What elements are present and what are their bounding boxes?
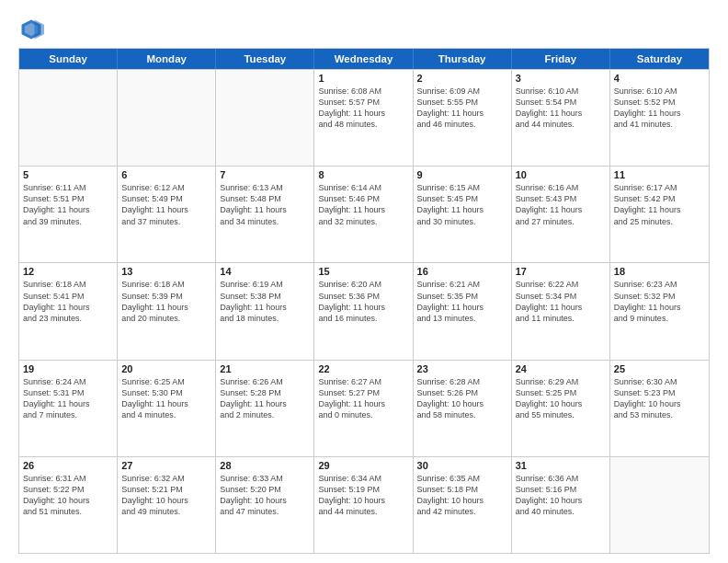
day-info: Sunrise: 6:15 AM Sunset: 5:45 PM Dayligh… — [417, 182, 507, 227]
day-number: 14 — [220, 266, 310, 277]
day-number: 30 — [417, 460, 507, 471]
calendar-cell — [216, 70, 314, 166]
calendar-cell: 31Sunrise: 6:36 AM Sunset: 5:16 PM Dayli… — [512, 457, 610, 553]
calendar-cell: 7Sunrise: 6:13 AM Sunset: 5:48 PM Daylig… — [216, 167, 314, 262]
day-info: Sunrise: 6:35 AM Sunset: 5:18 PM Dayligh… — [417, 473, 507, 518]
calendar-cell: 3Sunrise: 6:10 AM Sunset: 5:54 PM Daylig… — [512, 70, 610, 166]
calendar-row: 1Sunrise: 6:08 AM Sunset: 5:57 PM Daylig… — [19, 69, 709, 166]
calendar-cell: 5Sunrise: 6:11 AM Sunset: 5:51 PM Daylig… — [19, 167, 118, 262]
calendar-row: 19Sunrise: 6:24 AM Sunset: 5:31 PM Dayli… — [19, 360, 709, 456]
day-number: 5 — [23, 169, 113, 180]
weekday-header: Tuesday — [216, 49, 314, 69]
day-info: Sunrise: 6:29 AM Sunset: 5:25 PM Dayligh… — [516, 376, 606, 421]
calendar-cell: 18Sunrise: 6:23 AM Sunset: 5:32 PM Dayli… — [610, 263, 709, 359]
calendar-cell: 28Sunrise: 6:33 AM Sunset: 5:20 PM Dayli… — [216, 457, 314, 553]
day-number: 19 — [23, 363, 113, 374]
day-number: 16 — [417, 266, 507, 277]
calendar-cell: 16Sunrise: 6:21 AM Sunset: 5:35 PM Dayli… — [414, 263, 512, 359]
day-number: 8 — [318, 169, 408, 180]
day-info: Sunrise: 6:36 AM Sunset: 5:16 PM Dayligh… — [516, 473, 606, 518]
weekday-header: Wednesday — [314, 49, 413, 69]
day-number: 2 — [417, 73, 507, 84]
calendar-cell: 26Sunrise: 6:31 AM Sunset: 5:22 PM Dayli… — [19, 457, 118, 553]
calendar-cell: 13Sunrise: 6:18 AM Sunset: 5:39 PM Dayli… — [118, 263, 216, 359]
day-number: 23 — [417, 363, 507, 374]
calendar-cell: 19Sunrise: 6:24 AM Sunset: 5:31 PM Dayli… — [19, 361, 118, 456]
day-number: 26 — [23, 460, 113, 471]
logo-icon — [18, 17, 44, 42]
calendar-cell: 6Sunrise: 6:12 AM Sunset: 5:49 PM Daylig… — [118, 167, 216, 262]
day-info: Sunrise: 6:10 AM Sunset: 5:52 PM Dayligh… — [614, 86, 705, 131]
day-info: Sunrise: 6:20 AM Sunset: 5:36 PM Dayligh… — [318, 279, 408, 324]
calendar-cell: 25Sunrise: 6:30 AM Sunset: 5:23 PM Dayli… — [610, 361, 709, 456]
day-info: Sunrise: 6:11 AM Sunset: 5:51 PM Dayligh… — [23, 182, 113, 227]
day-number: 3 — [516, 73, 606, 84]
day-info: Sunrise: 6:24 AM Sunset: 5:31 PM Dayligh… — [23, 376, 113, 421]
calendar-cell: 15Sunrise: 6:20 AM Sunset: 5:36 PM Dayli… — [314, 263, 413, 359]
day-info: Sunrise: 6:18 AM Sunset: 5:39 PM Dayligh… — [121, 279, 211, 324]
day-number: 1 — [318, 73, 408, 84]
calendar-cell: 12Sunrise: 6:18 AM Sunset: 5:41 PM Dayli… — [19, 263, 118, 359]
day-info: Sunrise: 6:19 AM Sunset: 5:38 PM Dayligh… — [220, 279, 310, 324]
day-info: Sunrise: 6:34 AM Sunset: 5:19 PM Dayligh… — [318, 473, 408, 518]
day-number: 31 — [516, 460, 606, 471]
calendar-cell: 22Sunrise: 6:27 AM Sunset: 5:27 PM Dayli… — [314, 361, 413, 456]
day-info: Sunrise: 6:09 AM Sunset: 5:55 PM Dayligh… — [417, 86, 507, 131]
day-info: Sunrise: 6:33 AM Sunset: 5:20 PM Dayligh… — [220, 473, 310, 518]
calendar-cell: 30Sunrise: 6:35 AM Sunset: 5:18 PM Dayli… — [414, 457, 512, 553]
day-number: 13 — [121, 266, 211, 277]
weekday-header: Friday — [512, 49, 610, 69]
calendar-cell: 11Sunrise: 6:17 AM Sunset: 5:42 PM Dayli… — [610, 167, 709, 262]
calendar-cell: 21Sunrise: 6:26 AM Sunset: 5:28 PM Dayli… — [216, 361, 314, 456]
calendar-cell: 27Sunrise: 6:32 AM Sunset: 5:21 PM Dayli… — [118, 457, 216, 553]
day-info: Sunrise: 6:32 AM Sunset: 5:21 PM Dayligh… — [121, 473, 211, 518]
day-info: Sunrise: 6:28 AM Sunset: 5:26 PM Dayligh… — [417, 376, 507, 421]
day-number: 29 — [318, 460, 408, 471]
day-info: Sunrise: 6:14 AM Sunset: 5:46 PM Dayligh… — [318, 182, 408, 227]
day-number: 27 — [121, 460, 211, 471]
day-number: 11 — [614, 169, 705, 180]
calendar-cell: 23Sunrise: 6:28 AM Sunset: 5:26 PM Dayli… — [414, 361, 512, 456]
calendar-cell: 8Sunrise: 6:14 AM Sunset: 5:46 PM Daylig… — [314, 167, 413, 262]
day-number: 6 — [121, 169, 211, 180]
day-info: Sunrise: 6:23 AM Sunset: 5:32 PM Dayligh… — [614, 279, 705, 324]
day-info: Sunrise: 6:12 AM Sunset: 5:49 PM Dayligh… — [121, 182, 211, 227]
calendar-row: 5Sunrise: 6:11 AM Sunset: 5:51 PM Daylig… — [19, 166, 709, 262]
day-number: 18 — [614, 266, 705, 277]
day-info: Sunrise: 6:21 AM Sunset: 5:35 PM Dayligh… — [417, 279, 507, 324]
calendar-body: 1Sunrise: 6:08 AM Sunset: 5:57 PM Daylig… — [19, 69, 709, 553]
day-info: Sunrise: 6:26 AM Sunset: 5:28 PM Dayligh… — [220, 376, 310, 421]
calendar-cell — [610, 457, 709, 553]
day-info: Sunrise: 6:30 AM Sunset: 5:23 PM Dayligh… — [614, 376, 705, 421]
calendar: SundayMondayTuesdayWednesdayThursdayFrid… — [18, 48, 710, 554]
day-number: 9 — [417, 169, 507, 180]
calendar-cell — [19, 70, 118, 166]
day-info: Sunrise: 6:25 AM Sunset: 5:30 PM Dayligh… — [121, 376, 211, 421]
calendar-cell: 24Sunrise: 6:29 AM Sunset: 5:25 PM Dayli… — [512, 361, 610, 456]
calendar-cell: 10Sunrise: 6:16 AM Sunset: 5:43 PM Dayli… — [512, 167, 610, 262]
calendar-cell: 20Sunrise: 6:25 AM Sunset: 5:30 PM Dayli… — [118, 361, 216, 456]
calendar-row: 12Sunrise: 6:18 AM Sunset: 5:41 PM Dayli… — [19, 262, 709, 359]
calendar-cell: 17Sunrise: 6:22 AM Sunset: 5:34 PM Dayli… — [512, 263, 610, 359]
day-info: Sunrise: 6:22 AM Sunset: 5:34 PM Dayligh… — [516, 279, 606, 324]
day-number: 28 — [220, 460, 310, 471]
day-info: Sunrise: 6:31 AM Sunset: 5:22 PM Dayligh… — [23, 473, 113, 518]
day-number: 4 — [614, 73, 705, 84]
weekday-header: Monday — [118, 49, 216, 69]
day-info: Sunrise: 6:13 AM Sunset: 5:48 PM Dayligh… — [220, 182, 310, 227]
day-info: Sunrise: 6:10 AM Sunset: 5:54 PM Dayligh… — [516, 86, 606, 131]
weekday-header: Thursday — [414, 49, 512, 69]
calendar-cell — [118, 70, 216, 166]
day-number: 21 — [220, 363, 310, 374]
logo — [18, 17, 48, 42]
day-info: Sunrise: 6:17 AM Sunset: 5:42 PM Dayligh… — [614, 182, 705, 227]
page: SundayMondayTuesdayWednesdayThursdayFrid… — [0, 0, 728, 563]
day-number: 20 — [121, 363, 211, 374]
calendar-row: 26Sunrise: 6:31 AM Sunset: 5:22 PM Dayli… — [19, 456, 709, 553]
calendar-cell: 1Sunrise: 6:08 AM Sunset: 5:57 PM Daylig… — [314, 70, 413, 166]
svg-marker-2 — [35, 20, 45, 40]
day-number: 12 — [23, 266, 113, 277]
day-number: 24 — [516, 363, 606, 374]
day-number: 22 — [318, 363, 408, 374]
day-number: 15 — [318, 266, 408, 277]
